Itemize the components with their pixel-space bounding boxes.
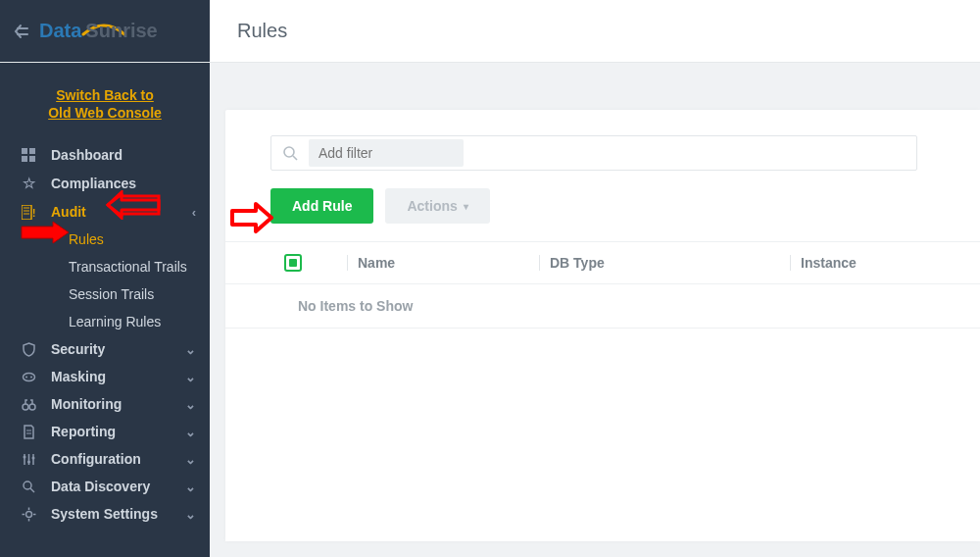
table-header: Name DB Type Instance — [225, 242, 980, 284]
actions-label: Actions — [407, 198, 457, 214]
sidebar-item-audit[interactable]: ! Audit ‹ — [0, 198, 210, 226]
sidebar-item-label: Compliances — [51, 176, 136, 191]
add-rule-button[interactable]: Add Rule — [270, 188, 373, 224]
sidebar-item-label: Configuration — [51, 451, 141, 467]
filter-row — [225, 131, 980, 188]
svg-rect-4 — [22, 156, 27, 162]
gear-icon — [18, 507, 39, 522]
audit-icon: ! — [18, 205, 39, 220]
chevron-down-icon: ⌄ — [185, 507, 196, 522]
binoculars-icon — [18, 397, 39, 412]
page-title: Rules — [237, 20, 287, 42]
logo-text-1: Data — [39, 20, 81, 42]
chevron-down-icon: ⌄ — [185, 397, 196, 412]
chevron-down-icon: ▾ — [464, 201, 468, 212]
sidebar-item-label: Audit — [51, 204, 86, 220]
dashboard-icon — [18, 148, 39, 163]
sidebar-item-session-trails[interactable]: Session Trails — [0, 280, 210, 308]
logo-text-2: Sunrise — [85, 20, 157, 42]
svg-point-24 — [24, 481, 31, 489]
sidebar-item-label: Transactional Trails — [69, 259, 187, 275]
svg-point-21 — [23, 455, 25, 458]
svg-point-13 — [30, 376, 32, 378]
sidebar-nav: Switch Back to Old Web Console Dashboard… — [0, 63, 210, 557]
switch-back-link[interactable]: Switch Back to Old Web Console — [20, 86, 190, 122]
sidebar-item-label: Session Trails — [69, 286, 154, 302]
svg-point-22 — [27, 460, 30, 463]
document-icon — [18, 425, 39, 439]
chevron-down-icon: ⌄ — [185, 370, 196, 384]
svg-point-15 — [29, 404, 35, 410]
filter-input[interactable] — [309, 139, 464, 167]
svg-line-25 — [30, 488, 34, 492]
svg-point-23 — [31, 456, 34, 459]
table-select-all[interactable] — [284, 254, 347, 272]
sliders-icon — [18, 452, 39, 467]
svg-point-12 — [25, 376, 27, 378]
sidebar-item-monitoring[interactable]: Monitoring ⌄ — [0, 390, 210, 418]
chevron-down-icon: ⌄ — [185, 452, 196, 467]
sidebar-item-transactional-trails[interactable]: Transactional Trails — [0, 253, 210, 280]
chevron-left-icon: ‹ — [192, 205, 196, 220]
action-row: Add Rule Actions ▾ — [225, 188, 980, 241]
table-empty-message: No Items to Show — [225, 284, 980, 329]
sidebar-item-label: Learning Rules — [69, 314, 161, 329]
rules-table: Name DB Type Instance No Items to Show — [225, 241, 980, 329]
sidebar-item-configuration[interactable]: Configuration ⌄ — [0, 445, 210, 473]
switch-back-line1: Switch Back to — [56, 87, 154, 103]
sidebar-item-compliances[interactable]: ☆ Compliances — [0, 169, 210, 198]
mask-icon — [18, 370, 39, 384]
rules-panel: Add Rule Actions ▾ Name DB Type Instance… — [225, 110, 980, 541]
sidebar-item-dashboard[interactable]: Dashboard — [0, 141, 210, 169]
table-col-instance[interactable]: Instance — [790, 255, 962, 271]
table-col-name[interactable]: Name — [347, 255, 539, 271]
sidebar-item-label: Monitoring — [51, 396, 122, 412]
svg-line-35 — [293, 156, 297, 160]
main-content: Add Rule Actions ▾ Name DB Type Instance… — [210, 63, 980, 557]
chevron-down-icon: ⌄ — [185, 342, 196, 357]
top-bar: Data Sunrise Rules — [0, 0, 980, 63]
sidebar-header: Data Sunrise — [0, 0, 210, 62]
sidebar-item-label: System Settings — [51, 506, 158, 522]
svg-rect-2 — [22, 148, 27, 154]
collapse-sidebar-icon[interactable] — [14, 23, 31, 40]
page-title-bar: Rules — [210, 0, 980, 62]
sidebar-item-label: Dashboard — [51, 147, 122, 163]
checkbox-icon — [284, 254, 302, 272]
add-rule-label: Add Rule — [292, 198, 352, 214]
search-data-icon — [18, 480, 39, 494]
app-logo[interactable]: Data Sunrise — [39, 20, 158, 42]
shield-icon — [18, 342, 39, 357]
sidebar-item-label: Rules — [69, 231, 104, 247]
sidebar-item-data-discovery[interactable]: Data Discovery ⌄ — [0, 473, 210, 500]
sidebar-item-reporting[interactable]: Reporting ⌄ — [0, 418, 210, 445]
star-icon: ☆ — [18, 175, 39, 192]
sidebar-item-masking[interactable]: Masking ⌄ — [0, 363, 210, 390]
table-col-db-type[interactable]: DB Type — [539, 255, 790, 271]
sidebar-item-label: Masking — [51, 369, 106, 384]
svg-rect-3 — [29, 148, 35, 154]
sidebar-item-system-settings[interactable]: System Settings ⌄ — [0, 500, 210, 528]
sidebar-item-learning-rules[interactable]: Learning Rules — [0, 308, 210, 335]
search-icon — [271, 145, 309, 161]
svg-text:!: ! — [32, 208, 35, 219]
svg-point-34 — [284, 147, 294, 157]
svg-point-11 — [23, 373, 34, 380]
chevron-down-icon: ⌄ — [185, 425, 196, 439]
sidebar-item-label: Data Discovery — [51, 479, 150, 494]
sidebar-item-label: Reporting — [51, 424, 116, 439]
filter-box — [270, 135, 917, 171]
svg-point-14 — [23, 404, 28, 410]
chevron-down-icon: ⌄ — [185, 480, 196, 494]
switch-back-line2: Old Web Console — [48, 105, 162, 121]
sidebar-item-security[interactable]: Security ⌄ — [0, 335, 210, 363]
svg-rect-5 — [29, 156, 35, 162]
svg-point-26 — [25, 511, 31, 517]
sidebar-item-rules[interactable]: Rules — [0, 226, 210, 253]
sidebar-item-label: Security — [51, 341, 105, 357]
svg-rect-6 — [22, 205, 31, 220]
actions-dropdown-button[interactable]: Actions ▾ — [385, 188, 489, 224]
